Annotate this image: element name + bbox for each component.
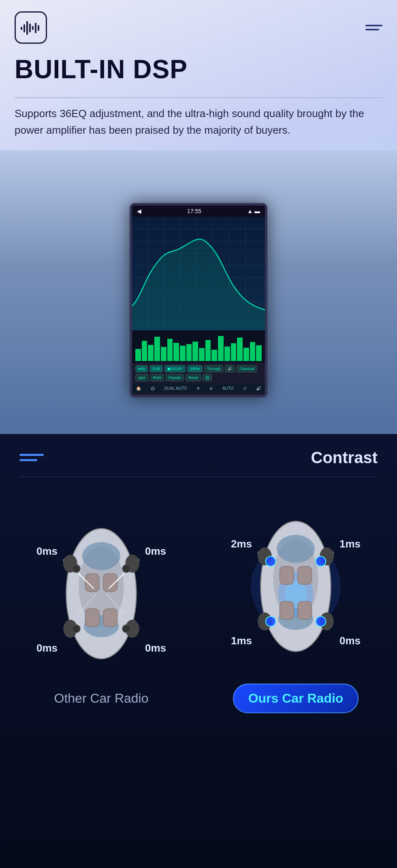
eq-bar: [205, 340, 211, 361]
svg-point-23: [82, 542, 120, 570]
header-bar: [0, 0, 397, 51]
ctrl-btn-due[interactable]: DUE: [149, 365, 163, 372]
page-title: BUILT-IN DSP: [15, 55, 382, 83]
ctrl-btn-dts[interactable]: ●dts: [135, 365, 148, 372]
svg-rect-62: [280, 601, 294, 619]
eq-bar: [218, 336, 224, 361]
home-icon: 🏠: [136, 386, 141, 391]
svg-rect-37: [85, 609, 99, 626]
other-delay-top-left: 0ms: [36, 545, 58, 558]
svg-rect-0: [21, 27, 22, 30]
eq-bar: [243, 348, 249, 361]
other-car-top-view: 0ms 0ms 0ms 0ms: [45, 509, 158, 679]
comparison-area: 0ms 0ms 0ms 0ms: [0, 477, 397, 729]
screen-icons: ▲ ▬: [247, 208, 260, 214]
svg-rect-38: [103, 609, 117, 626]
other-delay-top-right: 0ms: [145, 545, 166, 558]
car-interior: ◀ 17:55 ▲ ▬: [0, 150, 397, 434]
other-car-svg: [45, 509, 158, 679]
control-buttons: ●dts DUE ◼DOLBY SRS● Through 🔊 Classical…: [132, 363, 265, 384]
auto-label: AUTO: [222, 386, 234, 391]
eq-bar: [148, 345, 154, 361]
eq-bar: [256, 345, 262, 361]
ours-delay-top-right: 1ms: [339, 538, 361, 550]
ours-car-radio-button[interactable]: Ours Car Radio: [233, 684, 359, 713]
ctrl-btn-speaker[interactable]: 🔊: [225, 365, 235, 372]
ctrl-btn-classical[interactable]: Classical: [237, 365, 257, 372]
top-section: BUILT-IN DSP Supports 36EQ adjustment, a…: [0, 0, 397, 434]
ctrl-btn-power[interactable]: ⏻: [203, 374, 212, 381]
eq-bar: [173, 343, 179, 361]
svg-rect-1: [23, 24, 25, 32]
dashboard-screen: ◀ 17:55 ▲ ▬: [130, 203, 267, 398]
ctrl-btn-jazz[interactable]: Jazz: [135, 374, 149, 381]
hamburger-line-2: [365, 29, 379, 30]
other-car-comparison: 0ms 0ms 0ms 0ms: [8, 509, 194, 706]
ours-delay-top-left: 2ms: [231, 538, 252, 550]
snowflake-icon: ❄: [196, 386, 200, 391]
svg-rect-60: [280, 567, 294, 584]
svg-rect-61: [298, 567, 312, 584]
ours-delay-bottom-left: 1ms: [231, 635, 252, 647]
contrast-header: Contrast: [0, 434, 397, 477]
power-btn: ⏻: [151, 386, 155, 391]
other-car-label-container: Other Car Radio: [54, 691, 149, 706]
contrast-line-2: [19, 459, 37, 461]
ours-delay-bottom-right: 0ms: [339, 635, 361, 647]
ctrl-btn-through[interactable]: Through: [204, 365, 224, 372]
eq-bar: [250, 342, 256, 361]
ctrl-btn-dolby[interactable]: ◼DOLBY: [164, 365, 186, 372]
svg-point-33: [72, 625, 80, 633]
svg-rect-2: [26, 21, 28, 35]
recirculate-icon: ↺: [243, 386, 246, 391]
eq-bar: [199, 348, 205, 361]
eq-grid-svg: [132, 217, 265, 330]
dual-label: DUAL AUTO: [164, 386, 187, 391]
eq-bar: [211, 350, 217, 361]
ours-car-top-view: 2ms 1ms 1ms 0ms: [239, 501, 352, 671]
eq-bar: [167, 339, 173, 361]
bottom-section: Contrast 0ms 0ms 0ms 0ms: [0, 434, 397, 868]
vol-icon: 🔊: [256, 386, 261, 391]
contrast-line-1: [19, 454, 44, 456]
svg-rect-63: [298, 601, 312, 619]
ctrl-btn-rock[interactable]: Rock: [150, 374, 164, 381]
other-delay-bottom-left: 0ms: [36, 642, 58, 654]
eq-bar: [231, 343, 237, 361]
svg-point-34: [122, 625, 130, 633]
ctrl-btn-srs[interactable]: SRS●: [187, 365, 203, 372]
menu-button[interactable]: [365, 25, 382, 30]
svg-point-55: [316, 556, 326, 567]
hamburger-line-1: [365, 25, 382, 26]
back-arrow: ◀: [137, 208, 141, 214]
ours-car-label-container: Ours Car Radio: [233, 684, 359, 713]
ours-car-comparison: 2ms 1ms 1ms 0ms: [203, 501, 389, 713]
svg-rect-3: [29, 24, 31, 32]
svg-point-32: [122, 564, 130, 573]
car-image-section: ◀ 17:55 ▲ ▬: [0, 150, 397, 434]
screen-header: ◀ 17:55 ▲ ▬: [132, 205, 265, 217]
eq-bar: [154, 337, 160, 361]
eq-bar: [186, 344, 192, 361]
eq-bar: [224, 346, 230, 361]
logo-icon: [15, 11, 47, 44]
svg-point-57: [316, 616, 326, 626]
other-car-label: Other Car Radio: [54, 691, 149, 706]
svg-point-56: [266, 616, 276, 626]
title-area: BUILT-IN DSP: [0, 51, 397, 90]
svg-rect-5: [35, 23, 36, 33]
svg-point-31: [72, 564, 80, 573]
svg-rect-4: [32, 26, 34, 30]
hero-description: Supports 36EQ adjustment, and the ultra-…: [0, 105, 397, 150]
title-divider: [15, 97, 382, 98]
eq-bar: [161, 347, 166, 361]
eq-bar: [135, 349, 141, 361]
contrast-lines-icon: [19, 454, 44, 461]
climate-bar: 🏠 ⏻ DUAL AUTO ❄ ⊕ AUTO ↺ 🔊: [132, 384, 265, 393]
svg-point-46: [277, 535, 315, 563]
ctrl-btn-popular[interactable]: Popular: [166, 374, 184, 381]
ours-car-svg: [239, 501, 352, 671]
ctrl-btn-reset[interactable]: Reset: [186, 374, 201, 381]
eq-display: [132, 217, 265, 330]
contrast-title: Contrast: [311, 449, 378, 467]
